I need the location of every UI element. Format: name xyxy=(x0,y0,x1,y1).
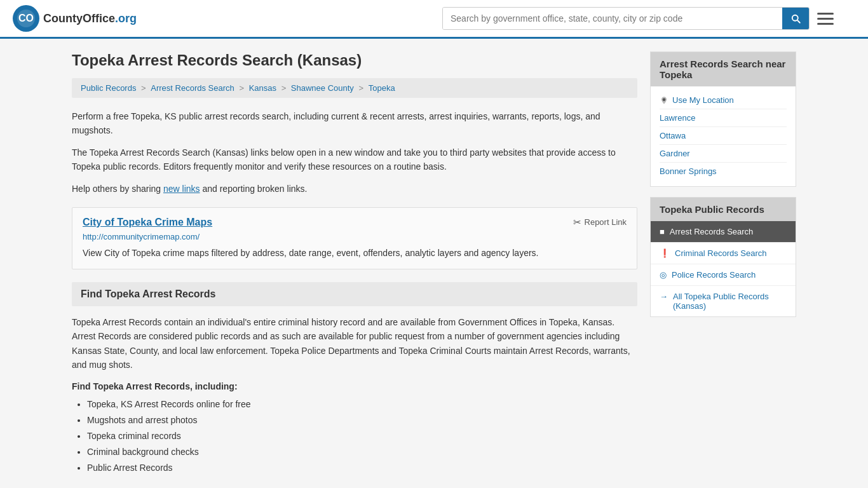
sidebar-nearby-lawrence[interactable]: Lawrence xyxy=(660,109,787,127)
link-card-description: View City of Topeka crime maps filtered … xyxy=(83,247,627,260)
breadcrumb-topeka[interactable]: Topeka xyxy=(369,83,395,93)
link-card: City of Topeka Crime Maps ✂ Report Link … xyxy=(72,207,637,269)
help-text: Help others by sharing new links and rep… xyxy=(72,182,637,196)
sidebar-criminal-records-label: Criminal Records Search xyxy=(675,248,767,258)
sidebar-nearby-bonner-springs[interactable]: Bonner Springs xyxy=(660,163,787,180)
menu-line xyxy=(817,23,834,25)
sidebar-public-title: Topeka Public Records xyxy=(651,198,796,221)
find-list: Topeka, KS Arrest Records online for fre… xyxy=(72,396,637,477)
sidebar-police-records[interactable]: ◎ Police Records Search xyxy=(651,264,796,286)
link-card-title[interactable]: City of Topeka Crime Maps xyxy=(83,217,212,228)
find-description: Topeka Arrest Records contain an individ… xyxy=(72,315,637,372)
sidebar: Arrest Records Search near Topeka Use My… xyxy=(650,51,796,476)
breadcrumb-sep: > xyxy=(281,83,288,93)
search-input-wrap xyxy=(442,7,810,30)
find-section-title: Find Topeka Arrest Records xyxy=(81,288,628,300)
sidebar-nearby-ottawa[interactable]: Ottawa xyxy=(660,127,787,145)
logo-text: CountyOffice.org xyxy=(43,12,137,25)
search-input[interactable] xyxy=(443,8,782,29)
report-link-label: Report Link xyxy=(585,217,627,227)
arrest-records-icon: ■ xyxy=(660,227,665,236)
sidebar-nearby-title: Arrest Records Search near Topeka xyxy=(651,52,796,86)
all-records-arrow-icon: → xyxy=(660,292,668,301)
sidebar-nearby-gardner[interactable]: Gardner xyxy=(660,145,787,163)
use-my-location-link[interactable]: Use My Location xyxy=(660,92,787,109)
breadcrumb-sep: > xyxy=(141,83,148,93)
breadcrumb-sep: > xyxy=(239,83,246,93)
new-links-link[interactable]: new links xyxy=(163,184,200,194)
sidebar-nearby-section: Arrest Records Search near Topeka Use My… xyxy=(650,51,796,187)
help-text-before: Help others by sharing xyxy=(72,184,163,194)
breadcrumb-arrest-records[interactable]: Arrest Records Search xyxy=(151,83,234,93)
criminal-records-icon: ❗ xyxy=(660,248,670,258)
help-text-after: and reporting broken links. xyxy=(200,184,308,194)
svg-text:CO: CO xyxy=(18,13,34,24)
find-list-title: Find Topeka Arrest Records, including: xyxy=(72,381,637,391)
sidebar-all-records-label: All Topeka Public Records (Kansas) xyxy=(673,292,787,311)
main-layout: Topeka Arrest Records Search (Kansas) Pu… xyxy=(59,51,809,476)
sidebar-police-records-label: Police Records Search xyxy=(672,270,756,280)
logo-area: CO CountyOffice.org xyxy=(13,5,137,32)
sidebar-all-public-records[interactable]: → All Topeka Public Records (Kansas) xyxy=(651,286,796,316)
find-section-header: Find Topeka Arrest Records xyxy=(72,282,637,306)
breadcrumb-public-records[interactable]: Public Records xyxy=(81,83,136,93)
sidebar-public-records-section: Topeka Public Records ■ Arrest Records S… xyxy=(650,197,796,317)
menu-button[interactable] xyxy=(815,10,836,27)
list-item: Mugshots and arrest photos xyxy=(87,412,637,428)
sidebar-arrest-records[interactable]: ■ Arrest Records Search xyxy=(651,221,796,243)
list-item: Topeka criminal records xyxy=(87,428,637,444)
list-item: Topeka, KS Arrest Records online for fre… xyxy=(87,396,637,412)
use-my-location-label: Use My Location xyxy=(672,95,734,105)
breadcrumb: Public Records > Arrest Records Search >… xyxy=(72,78,637,98)
list-item: Criminal background checks xyxy=(87,444,637,460)
breadcrumb-shawnee[interactable]: Shawnee County xyxy=(291,83,354,93)
sidebar-arrest-records-label: Arrest Records Search xyxy=(670,227,754,236)
breadcrumb-kansas[interactable]: Kansas xyxy=(249,83,276,93)
police-records-icon: ◎ xyxy=(660,270,667,280)
sidebar-criminal-records[interactable]: ❗ Criminal Records Search xyxy=(651,243,796,264)
sidebar-nearby-list: Use My Location Lawrence Ottawa Gardner … xyxy=(651,86,796,186)
report-link-button[interactable]: ✂ Report Link xyxy=(573,217,627,228)
menu-line xyxy=(817,18,834,20)
sidebar-public-list: ■ Arrest Records Search ❗ Criminal Recor… xyxy=(651,221,796,316)
main-content: Topeka Arrest Records Search (Kansas) Pu… xyxy=(72,51,637,476)
search-button[interactable] xyxy=(782,8,809,29)
scissors-icon: ✂ xyxy=(573,217,581,228)
location-pin-icon xyxy=(660,96,668,105)
intro-paragraph-2: The Topeka Arrest Records Search (Kansas… xyxy=(72,146,637,174)
breadcrumb-sep: > xyxy=(358,83,365,93)
search-area xyxy=(442,7,836,30)
menu-line xyxy=(817,13,834,15)
link-card-url[interactable]: http://communitycrimemap.com/ xyxy=(83,232,627,241)
list-item: Public Arrest Records xyxy=(87,460,637,476)
logo-icon: CO xyxy=(13,5,39,32)
site-header: CO CountyOffice.org xyxy=(0,0,868,39)
link-card-header: City of Topeka Crime Maps ✂ Report Link xyxy=(83,217,627,228)
page-title: Topeka Arrest Records Search (Kansas) xyxy=(72,51,637,69)
intro-paragraph-1: Perform a free Topeka, KS public arrest … xyxy=(72,109,637,138)
